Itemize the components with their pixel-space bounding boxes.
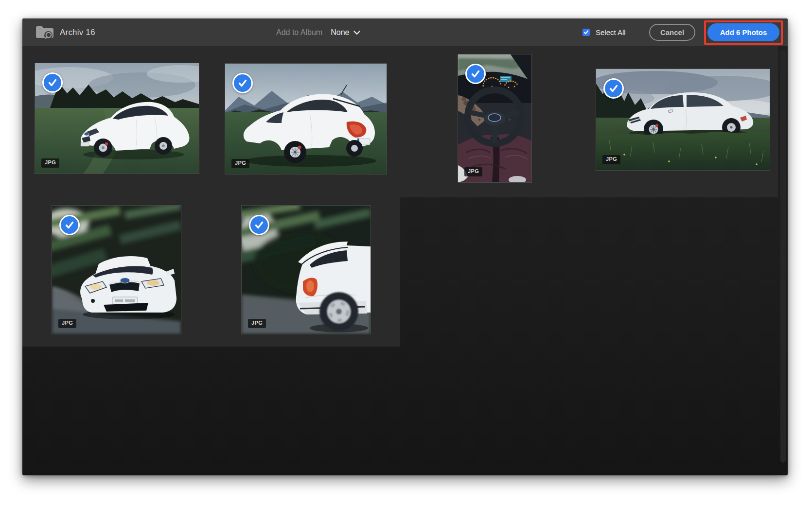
chevron-down-icon: [353, 28, 360, 37]
source-folder: Archiv 16: [35, 18, 95, 46]
photo-thumbnail-3[interactable]: JPG: [458, 54, 531, 182]
select-all-group: Select All: [583, 18, 626, 46]
file-type-badge: JPG: [602, 155, 620, 164]
select-all-label[interactable]: Select All: [596, 28, 626, 36]
photo-thumbnail-6[interactable]: JPG: [242, 206, 371, 334]
album-dropdown-value: None: [331, 28, 349, 37]
album-dropdown[interactable]: None: [331, 28, 360, 37]
file-type-badge: JPG: [41, 158, 59, 168]
photo-thumbnail-1[interactable]: JPG: [35, 63, 199, 174]
selected-checkmark-icon[interactable]: [232, 73, 253, 93]
photo-thumbnail-2[interactable]: JPG: [225, 64, 387, 174]
file-type-badge: JPG: [248, 319, 266, 328]
selected-checkmark-icon[interactable]: [42, 72, 63, 93]
add-to-album-group: Add to Album None: [276, 18, 360, 46]
cancel-button[interactable]: Cancel: [649, 24, 695, 41]
folder-search-icon: [35, 24, 54, 41]
selected-checkmark-icon[interactable]: [603, 78, 624, 99]
page-background: Archiv 16 Add to Album None Select All C…: [0, 0, 812, 505]
file-type-badge: JPG: [58, 319, 76, 328]
checkbox-check-icon: [583, 30, 589, 35]
selected-checkmark-icon[interactable]: [249, 215, 269, 235]
photo-thumbnail-5[interactable]: JPG: [52, 206, 181, 334]
file-type-badge: JPG: [231, 159, 249, 168]
selected-checkmark-icon[interactable]: [59, 215, 80, 235]
photo-thumbnail-4[interactable]: JPG: [596, 69, 770, 170]
select-all-checkbox[interactable]: [583, 29, 590, 36]
add-to-album-label: Add to Album: [276, 28, 322, 37]
scrollbar-thumb[interactable]: [780, 50, 786, 463]
file-type-badge: JPG: [464, 167, 482, 176]
selected-checkmark-icon[interactable]: [465, 64, 486, 84]
import-dialog: Archiv 16 Add to Album None Select All C…: [22, 18, 788, 475]
page-title: Archiv 16: [60, 28, 95, 37]
dialog-header: Archiv 16 Add to Album None Select All C…: [22, 18, 788, 46]
add-photos-button[interactable]: Add 6 Photos: [707, 23, 779, 41]
